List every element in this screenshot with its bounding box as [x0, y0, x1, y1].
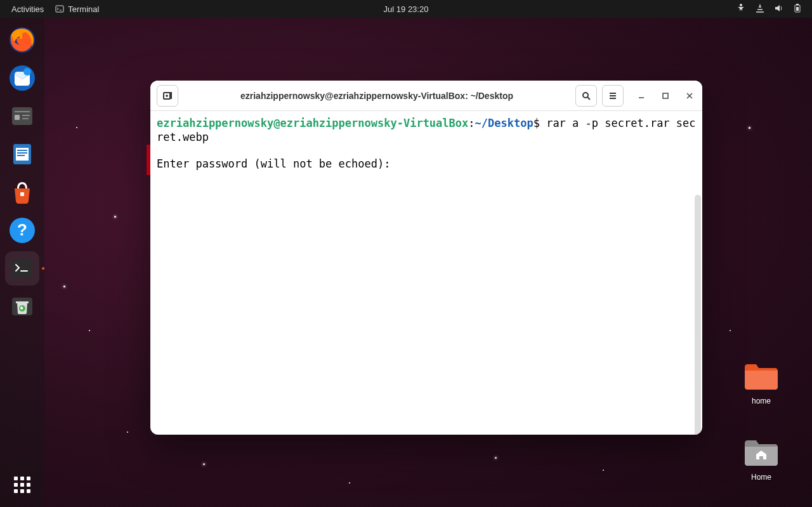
dock-thunderbird[interactable]	[5, 61, 39, 95]
accessibility-icon[interactable]	[736, 3, 746, 15]
activities-button[interactable]: Activities	[11, 4, 44, 14]
minimize-button[interactable]	[635, 89, 648, 102]
terminal-content[interactable]: ezriahzippernowsky@ezriahzippernowsky-Vi…	[150, 111, 702, 435]
close-button[interactable]	[683, 89, 696, 102]
dock-terminal[interactable]	[5, 251, 39, 286]
svg-rect-3	[796, 4, 799, 5]
maximize-button[interactable]	[659, 89, 672, 102]
titlebar[interactable]: ezriahzippernowsky@ezriahzippernowsky-Vi…	[150, 81, 702, 111]
svg-rect-17	[17, 155, 25, 156]
prompt-line: ezriahzippernowsky@ezriahzippernowsky-Vi…	[157, 116, 696, 144]
terminal-icon	[55, 4, 64, 13]
close-icon	[685, 91, 694, 100]
dock-firefox[interactable]	[5, 23, 39, 57]
clock[interactable]: Jul 19 23:20	[384, 4, 429, 14]
new-tab-icon	[162, 91, 173, 101]
window-title: ezriahzippernowsky@ezriahzippernowsky-Vi…	[183, 91, 570, 101]
volume-icon[interactable]	[774, 3, 784, 15]
menu-button[interactable]	[602, 85, 624, 107]
hamburger-icon	[608, 91, 618, 101]
svg-rect-23	[16, 301, 29, 303]
desktop-icon-label: home	[736, 397, 787, 405]
dock-libreoffice-writer[interactable]	[5, 137, 39, 171]
new-tab-button[interactable]	[157, 85, 178, 107]
svg-rect-27	[663, 93, 668, 98]
desktop-folder-home-lower[interactable]: home	[736, 362, 787, 405]
top-panel: Activities Terminal Jul 19 23:20	[0, 0, 812, 18]
svg-rect-0	[56, 6, 63, 12]
active-app-name: Terminal	[68, 4, 99, 14]
svg-rect-16	[17, 152, 27, 154]
svg-text:?: ?	[17, 220, 27, 239]
desktop-icon-label: Home	[736, 473, 787, 482]
svg-rect-10	[15, 115, 20, 120]
svg-point-7	[23, 68, 31, 76]
network-icon[interactable]	[755, 3, 765, 15]
minimize-icon	[637, 91, 646, 100]
search-icon	[581, 91, 591, 101]
battery-icon[interactable]	[793, 3, 803, 15]
dock-trash[interactable]	[5, 289, 39, 324]
dock-software[interactable]	[5, 175, 39, 209]
svg-rect-15	[17, 150, 27, 151]
terminal-window: ezriahzippernowsky@ezriahzippernowsky-Vi…	[150, 81, 702, 435]
dock-files[interactable]	[5, 99, 39, 133]
output-line: Enter password (will not be echoed):	[157, 157, 696, 171]
svg-rect-4	[796, 7, 799, 11]
prompt-path: ~/Desktop	[475, 117, 534, 129]
prompt-user: ezriahzippernowsky@ezriahzippernowsky-Vi…	[157, 117, 468, 129]
svg-rect-12	[22, 118, 29, 119]
search-button[interactable]	[575, 85, 597, 107]
desktop-folder-home-upper[interactable]: Home	[736, 438, 787, 482]
scrollbar[interactable]	[695, 195, 701, 435]
svg-rect-21	[12, 260, 32, 277]
show-applications[interactable]	[5, 468, 39, 502]
svg-rect-11	[22, 115, 30, 116]
dock-help[interactable]: ?	[5, 213, 39, 247]
svg-point-1	[740, 4, 742, 6]
svg-rect-18	[20, 192, 24, 196]
maximize-icon	[661, 91, 670, 100]
dock: ?	[0, 18, 44, 507]
active-app-indicator[interactable]: Terminal	[55, 4, 99, 14]
svg-rect-9	[15, 111, 30, 112]
svg-point-26	[583, 93, 588, 98]
